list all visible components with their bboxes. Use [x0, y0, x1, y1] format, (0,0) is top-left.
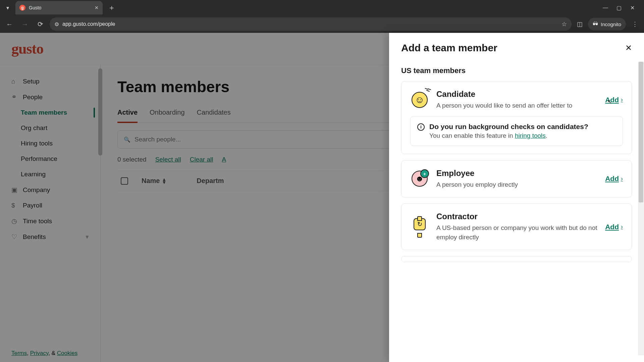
add-team-member-drawer: Add a team member ✕ US team members Cand… [389, 33, 644, 362]
minimize-icon[interactable]: — [602, 5, 608, 11]
bookmark-icon[interactable]: ☆ [561, 20, 567, 28]
card-desc: A person you employ directly [436, 180, 598, 189]
card-title: Contractor [436, 212, 598, 221]
card-desc: A person you would like to send an offer… [436, 101, 598, 110]
card-candidate: Candidate A person you would like to sen… [401, 81, 632, 154]
side-panel-icon[interactable]: ◫ [575, 20, 585, 28]
info-body: You can enable this feature in hiring to… [429, 132, 588, 139]
forward-button[interactable]: → [19, 18, 31, 30]
drawer-title: Add a team member [401, 42, 497, 54]
incognito-icon: 🕶 [593, 21, 598, 27]
contractor-icon: ↻ [410, 218, 429, 236]
incognito-chip[interactable]: 🕶 Incognito [588, 18, 626, 31]
close-window-icon[interactable]: ✕ [629, 5, 635, 11]
info-title: Do you run background checks on candidat… [429, 123, 588, 131]
address-bar[interactable]: ⚙ app.gusto.com/people ☆ [50, 17, 572, 31]
card-title: Candidate [436, 89, 598, 99]
card-employee: ☻ Employee A person you employ directly … [401, 160, 632, 198]
browser-menu-icon[interactable]: ⋮ [629, 20, 641, 28]
favicon-icon: g [19, 5, 25, 11]
tab-bar: ▾ g Gusto ✕ ＋ — ▢ ✕ [0, 0, 644, 15]
candidate-icon [410, 90, 429, 109]
tabs-dropdown[interactable]: ▾ [3, 3, 13, 13]
scrollbar-thumb[interactable] [639, 62, 643, 202]
card-desc: A US-based person or company you work wi… [436, 223, 598, 242]
card-contractor: ↻ Contractor A US-based person or compan… [401, 203, 632, 250]
chevron-right-icon: › [621, 175, 623, 182]
info-callout: i Do you run background checks on candid… [410, 116, 623, 146]
maximize-icon[interactable]: ▢ [616, 5, 622, 11]
window-controls: — ▢ ✕ [602, 5, 641, 11]
add-employee-button[interactable]: Add› [605, 175, 623, 183]
site-settings-icon[interactable]: ⚙ [54, 21, 59, 27]
info-icon: i [417, 123, 425, 131]
tab-title: Gusto [29, 5, 41, 10]
drawer-section-heading: US team members [401, 66, 632, 75]
chevron-right-icon: › [621, 96, 623, 103]
close-tab-icon[interactable]: ✕ [95, 5, 99, 10]
card-peek [401, 256, 632, 262]
reload-button[interactable]: ⟳ [34, 18, 46, 30]
chevron-right-icon: › [621, 223, 623, 230]
new-tab-button[interactable]: ＋ [105, 1, 118, 14]
hiring-tools-link[interactable]: hiring tools [515, 132, 546, 139]
card-title: Employee [436, 169, 598, 178]
back-button[interactable]: ← [3, 18, 15, 30]
add-contractor-button[interactable]: Add› [605, 223, 623, 231]
employee-icon: ☻ [410, 169, 429, 188]
nav-bar: ← → ⟳ ⚙ app.gusto.com/people ☆ ◫ 🕶 Incog… [0, 15, 644, 33]
incognito-label: Incognito [601, 21, 621, 27]
browser-tab[interactable]: g Gusto ✕ [15, 1, 103, 14]
url-text: app.gusto.com/people [62, 21, 558, 27]
add-candidate-button[interactable]: Add› [605, 96, 623, 104]
close-icon[interactable]: ✕ [625, 43, 632, 53]
